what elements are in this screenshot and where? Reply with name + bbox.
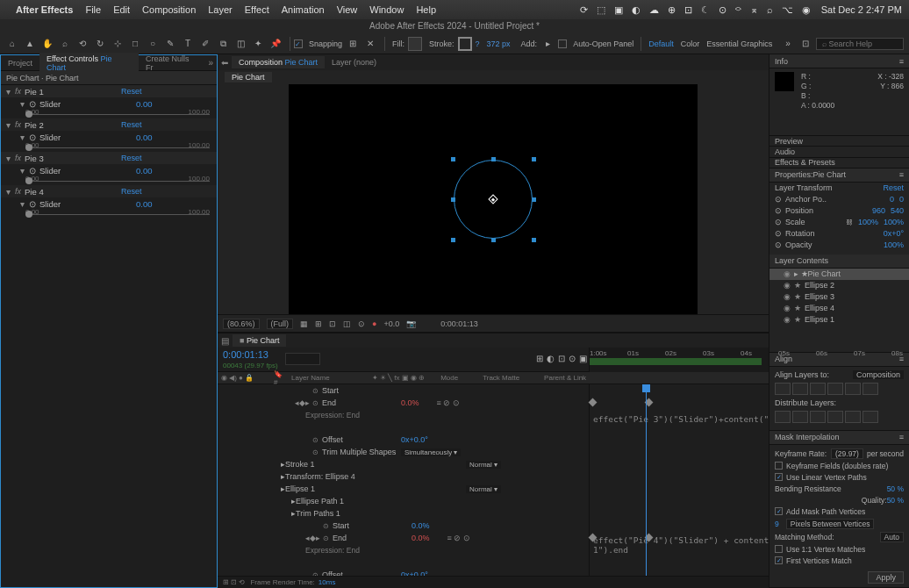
zoom-tool-icon[interactable]: ⌕	[58, 37, 72, 51]
property-value[interactable]: 0.0%	[412, 521, 430, 530]
property-row[interactable]: ⊙ Start 0.0%	[218, 520, 589, 532]
tl-opt-icon[interactable]: ◐	[547, 354, 555, 363]
puppet-tool-icon[interactable]: 📌	[268, 37, 283, 51]
snapping-checkbox[interactable]	[294, 39, 303, 48]
slider-knob[interactable]	[25, 211, 32, 218]
type-tool-icon[interactable]: T	[181, 37, 195, 51]
keyframe-nav[interactable]: ◂◆▸	[295, 398, 307, 407]
dist-button[interactable]	[862, 411, 878, 423]
add-dropdown-icon[interactable]: ▸	[540, 37, 555, 51]
layer-content-item[interactable]: ◉★Ellipse 2	[769, 280, 909, 291]
hand-tool-icon[interactable]: ✋	[40, 37, 54, 51]
clone-tool-icon[interactable]: ⧉	[216, 37, 230, 51]
overflow-icon[interactable]: »	[204, 58, 217, 68]
stroke-width[interactable]: ?	[476, 39, 480, 48]
tl-footer-icon[interactable]: ⊞ ⊡ ⟲	[223, 578, 245, 586]
sync-icon[interactable]: ⊡	[798, 37, 812, 51]
nav-back-icon[interactable]: ⬅	[218, 58, 232, 68]
dropdown[interactable]: Normal ▾	[466, 461, 501, 469]
group-row[interactable]: ▸ Ellipse 1 Normal ▾	[218, 483, 589, 495]
group-row[interactable]: ▸ Stroke 1 Normal ▾	[218, 458, 589, 470]
footer-icon[interactable]: ⊞	[315, 319, 322, 328]
tl-opt-icon[interactable]: ▣	[579, 354, 587, 363]
reset-link[interactable]: Reset	[121, 120, 142, 129]
effect-name[interactable]: Pie 2	[25, 120, 121, 130]
rect-tool-icon[interactable]: □	[128, 37, 142, 51]
snap-opt-icon[interactable]: ⊞	[346, 37, 360, 51]
track-row[interactable]	[590, 458, 769, 470]
exposure-value[interactable]: +0.0	[383, 319, 399, 328]
cloud-icon[interactable]: ☁	[649, 4, 659, 16]
reset-link[interactable]: Reset	[121, 154, 142, 162]
playhead[interactable]	[646, 384, 647, 576]
clock[interactable]: Sat Dec 2 2:47 PM	[821, 4, 902, 15]
pan-behind-tool-icon[interactable]: ⊹	[111, 37, 125, 51]
ellipse-tool-icon[interactable]: ○	[146, 37, 160, 51]
tab-composition[interactable]: Composition Pie Chart	[232, 56, 325, 68]
add-path-checkbox[interactable]: ✓	[775, 507, 783, 515]
track-row[interactable]	[590, 520, 769, 532]
fill-swatch[interactable]	[408, 37, 422, 51]
tab-effect-controls[interactable]: Effect Controls Pie Chart	[39, 53, 139, 74]
tl-opt-icon[interactable]: ⊙	[569, 354, 576, 363]
property-value[interactable]: 0.0%	[412, 534, 430, 542]
panel-menu-icon[interactable]: ≡	[899, 170, 904, 179]
reset-link[interactable]: Reset	[121, 87, 142, 96]
tray-icon[interactable]: ⟳	[580, 4, 588, 16]
transform-handle[interactable]	[532, 197, 536, 202]
panel-menu-icon[interactable]: ≡	[899, 57, 904, 66]
slider-value[interactable]: 0.00	[136, 166, 153, 176]
moon-icon[interactable]: ☾	[701, 4, 710, 16]
menu-effect[interactable]: Effect	[245, 4, 269, 15]
menu-layer[interactable]: Layer	[208, 4, 233, 15]
keyframe-fields-checkbox[interactable]	[775, 462, 783, 470]
home-icon[interactable]: ⌂	[5, 37, 19, 51]
dist-button[interactable]	[845, 411, 861, 423]
tray-icon[interactable]: ⊙	[719, 4, 726, 16]
track-row[interactable]	[590, 569, 769, 576]
stroke-swatch[interactable]	[458, 37, 472, 51]
stopwatch-icon[interactable]: ⊙	[29, 133, 36, 142]
selection-tool-icon[interactable]: ▲	[23, 37, 37, 51]
keyframe-nav[interactable]: ◂◆▸	[305, 534, 318, 542]
search-input[interactable]	[285, 353, 320, 365]
track-row[interactable]	[590, 556, 769, 569]
stopwatch-icon[interactable]: ⊙	[29, 199, 36, 209]
search-help-input[interactable]: Search Help	[816, 38, 904, 50]
tray-icon[interactable]: ▣	[614, 4, 623, 16]
tray-icon[interactable]: ⊕	[668, 4, 676, 16]
track-row[interactable]	[590, 495, 769, 507]
stopwatch-icon[interactable]: ⊙	[323, 534, 329, 542]
twirl-icon[interactable]: ▾	[20, 99, 29, 109]
footer-icon[interactable]: ◫	[343, 319, 351, 328]
overflow-icon[interactable]: »	[781, 37, 795, 51]
canvas[interactable]	[289, 84, 698, 314]
transform-handle[interactable]	[532, 238, 536, 242]
control-center-icon[interactable]: ⌥	[782, 4, 793, 16]
fx-badge[interactable]: fx	[15, 120, 21, 129]
property-value[interactable]: 0x+0.0°	[401, 435, 428, 444]
dropdown[interactable]: Normal ▾	[466, 485, 501, 493]
tab-create-nulls[interactable]: Create Nulls Fr	[139, 53, 204, 74]
dist-button[interactable]	[827, 411, 843, 423]
snapshot-icon[interactable]: 📷	[406, 319, 416, 328]
menu-window[interactable]: Window	[369, 4, 404, 15]
search-icon[interactable]: ⌕	[767, 4, 773, 15]
layer-content-item[interactable]: ◉★Ellipse 4	[769, 303, 909, 314]
dist-button[interactable]	[810, 411, 826, 423]
align-bottom-button[interactable]	[862, 383, 878, 395]
menu-file[interactable]: File	[85, 4, 101, 15]
track-row[interactable]	[590, 483, 769, 495]
autoopen-checkbox[interactable]	[558, 39, 567, 48]
audio-panel[interactable]: Audio	[769, 147, 909, 157]
roto-tool-icon[interactable]: ✦	[251, 37, 265, 51]
effect-name[interactable]: Pie 1	[25, 87, 121, 97]
twirl-icon[interactable]: ▾	[6, 187, 15, 197]
slider-value[interactable]: 0.00	[136, 199, 153, 209]
dist-button[interactable]	[792, 411, 808, 423]
stopwatch-icon[interactable]: ⊙	[29, 99, 36, 109]
preview-panel[interactable]: Preview	[769, 136, 909, 147]
use11-checkbox[interactable]	[775, 545, 783, 553]
effects-presets-panel[interactable]: Effects & Presets	[769, 158, 909, 169]
stopwatch-icon[interactable]: ⊙	[312, 448, 319, 456]
